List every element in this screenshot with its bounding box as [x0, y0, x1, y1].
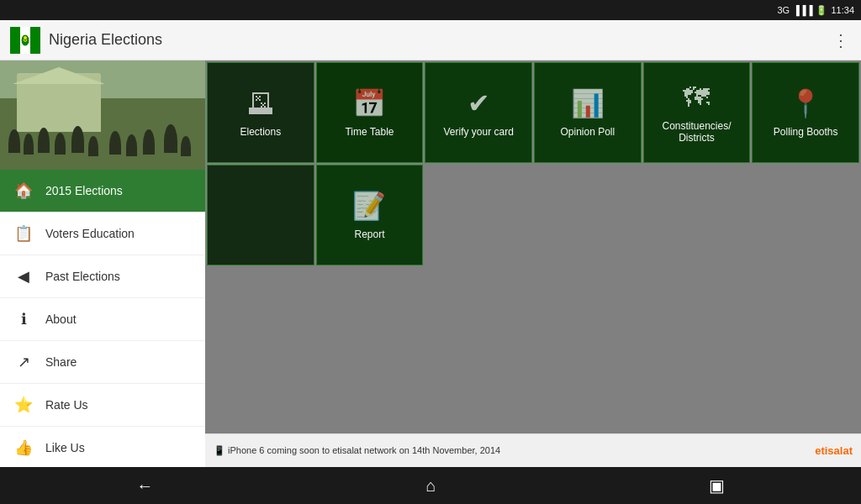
tile-constituencies[interactable]: 🗺 Constituencies/ Districts	[643, 62, 751, 163]
star-icon: ⭐	[13, 396, 34, 414]
time-display: 11:34	[831, 5, 854, 15]
app-logo	[10, 25, 40, 55]
svg-rect-0	[10, 27, 20, 54]
overflow-menu-button[interactable]: ⋮	[832, 30, 851, 50]
tile-elections[interactable]: 🗳 Elections	[207, 62, 314, 163]
sidebar-item-label: Like Us	[45, 441, 85, 454]
tile-elections-label: Elections	[236, 126, 284, 138]
signal-icon: ▐▐▐	[793, 5, 812, 15]
main-layout: 🏠 2015 Elections 📋 Voters Education ◀ Pa…	[0, 60, 861, 467]
app-bar: Nigeria Elections ⋮	[0, 20, 861, 60]
tile-polling-booths[interactable]: 📍 Polling Booths	[752, 62, 859, 163]
tile-report[interactable]: 📝 Report	[316, 165, 424, 265]
svg-point-4	[24, 36, 27, 39]
status-bar: 3G ▐▐▐ 🔋 11:34	[0, 0, 861, 20]
bottom-navigation: ← ⌂ ▣	[0, 467, 861, 504]
sidebar-item-voters-education[interactable]: 📋 Voters Education	[0, 213, 205, 255]
home-icon: 🏠	[13, 181, 34, 200]
grid-row-2: 📝 Report	[205, 165, 861, 267]
home-button[interactable]: ⌂	[409, 470, 452, 502]
tile-report-label: Report	[351, 228, 388, 240]
tile-opinion-label: Opinion Poll	[557, 126, 618, 138]
network-indicator: 3G	[777, 5, 790, 15]
sidebar-item-label: About	[45, 312, 77, 326]
tile-opinion-poll[interactable]: 📊 Opinion Poll	[534, 62, 642, 163]
sidebar-item-elections[interactable]: 🏠 2015 Elections	[0, 170, 205, 213]
sidebar-item-like-us[interactable]: 👍 Like Us	[0, 427, 205, 467]
svg-rect-2	[30, 27, 40, 54]
ad-banner[interactable]: 📱 iPhone 6 coming soon to etisalat netwo…	[205, 433, 861, 467]
sidebar: 🏠 2015 Elections 📋 Voters Education ◀ Pa…	[0, 60, 205, 467]
sidebar-item-about[interactable]: ℹ About	[0, 298, 205, 341]
recents-button[interactable]: ▣	[692, 469, 742, 502]
book-icon: 📋	[13, 224, 34, 243]
info-icon: ℹ	[13, 310, 34, 328]
sidebar-item-label: Rate Us	[45, 398, 88, 412]
like-icon: 👍	[13, 438, 34, 457]
ad-text: 📱 iPhone 6 coming soon to etisalat netwo…	[214, 445, 815, 456]
tile-polling-label: Polling Booths	[770, 126, 842, 138]
sidebar-item-past-elections[interactable]: ◀ Past Elections	[0, 255, 205, 298]
back-icon: ◀	[13, 267, 34, 286]
tile-empty-1	[207, 165, 314, 265]
sidebar-item-label: 2015 Elections	[45, 184, 123, 197]
sidebar-item-share[interactable]: ↗ Share	[0, 341, 205, 384]
tile-verify-card[interactable]: ✔ Verify your card	[425, 62, 532, 163]
content-area: 🗳 Elections 📅 Time Table ✔ Verify your c…	[205, 60, 861, 467]
sidebar-header-image	[0, 60, 205, 170]
tile-timetable-label: Time Table	[341, 126, 397, 138]
grid-row-1: 🗳 Elections 📅 Time Table ✔ Verify your c…	[205, 60, 861, 165]
sidebar-item-rate-us[interactable]: ⭐ Rate Us	[0, 384, 205, 427]
tile-verify-label: Verify your card	[440, 126, 516, 138]
tile-timetable[interactable]: 📅 Time Table	[316, 62, 424, 163]
app-title: Nigeria Elections	[49, 31, 832, 49]
share-icon: ↗	[13, 353, 34, 371]
ad-brand: etisalat	[815, 444, 853, 457]
sidebar-item-label: Share	[45, 355, 77, 369]
sidebar-item-label: Past Elections	[45, 270, 120, 283]
back-button[interactable]: ←	[119, 470, 170, 502]
battery-icon: 🔋	[816, 5, 827, 16]
sidebar-item-label: Voters Education	[45, 227, 135, 240]
tile-constituencies-label: Constituencies/ Districts	[644, 120, 750, 144]
